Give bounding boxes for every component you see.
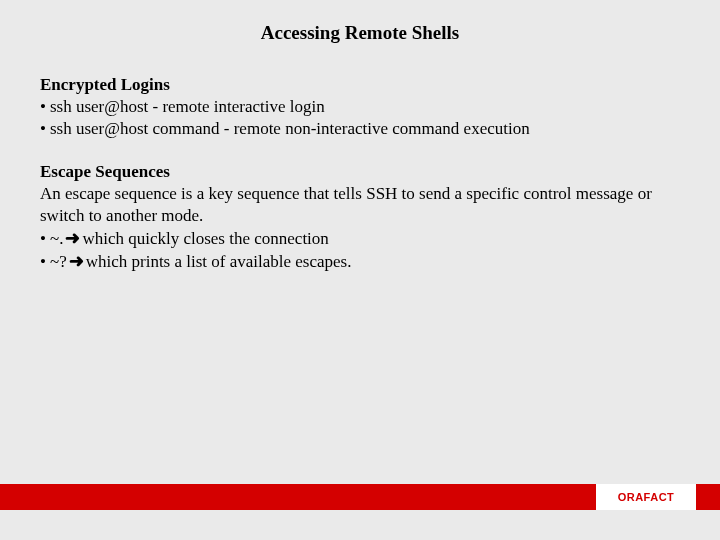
page-title: Accessing Remote Shells	[0, 0, 720, 74]
bullet-icon: •	[40, 251, 46, 273]
list-item: • ssh user@host command - remote non-int…	[40, 118, 680, 140]
bullet-icon: •	[40, 96, 46, 118]
arrow-right-icon: ➜	[69, 250, 84, 273]
footer-stripe-left	[0, 484, 596, 510]
list-item: • ssh user@host - remote interactive log…	[40, 96, 680, 118]
slide: Accessing Remote Shells Encrypted Logins…	[0, 0, 720, 540]
list-item-text: ssh user@host - remote interactive login	[50, 96, 325, 118]
footer-brand-label: ORAFACT	[618, 491, 675, 503]
section-heading-escape-sequences: Escape Sequences	[40, 161, 680, 183]
escape-desc: which quickly closes the connection	[82, 228, 328, 250]
section-intro: An escape sequence is a key sequence tha…	[40, 183, 680, 227]
bullet-icon: •	[40, 228, 46, 250]
escape-seq: ~?	[50, 251, 67, 273]
escape-seq: ~.	[50, 228, 63, 250]
list-item: • ~? ➜ which prints a list of available …	[40, 250, 680, 273]
bullet-icon: •	[40, 118, 46, 140]
arrow-right-icon: ➜	[65, 227, 80, 250]
footer-bar: ORAFACT	[0, 484, 720, 510]
slide-content: Encrypted Logins • ssh user@host - remot…	[0, 74, 720, 273]
footer-brand-box: ORAFACT	[596, 484, 696, 510]
footer-stripe-right	[696, 484, 720, 510]
section-heading-encrypted-logins: Encrypted Logins	[40, 74, 680, 96]
list-item: • ~. ➜ which quickly closes the connecti…	[40, 227, 680, 250]
list-item-text: ssh user@host command - remote non-inter…	[50, 118, 530, 140]
escape-desc: which prints a list of available escapes…	[86, 251, 352, 273]
